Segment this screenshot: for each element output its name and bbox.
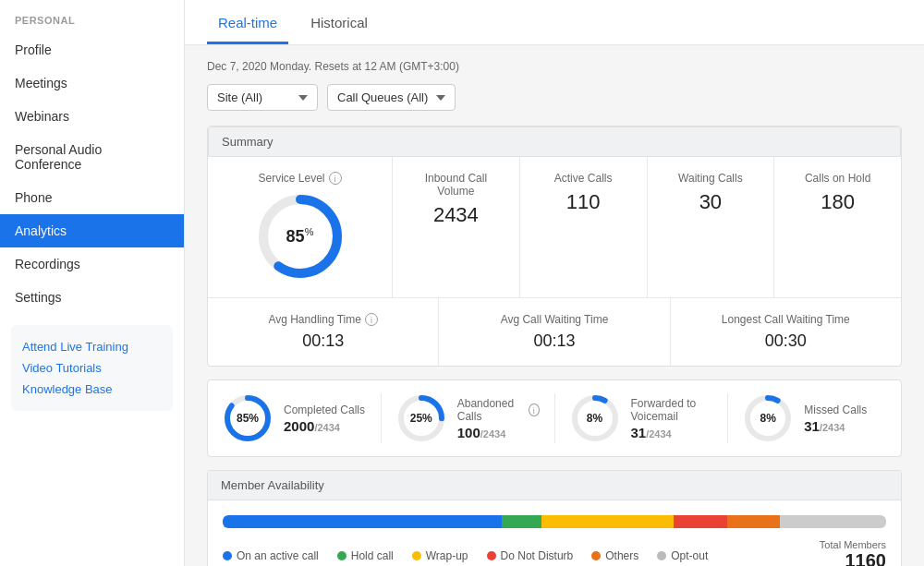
stat-label-inbound-call-volume: Inbound Call Volume	[406, 172, 506, 198]
abandoned-calls-info-icon: i	[529, 403, 540, 416]
sidebar-help-link-attend-live-training[interactable]: Attend Live Training	[22, 336, 162, 357]
call-stat-info-abandoned-calls: Abandoned Callsi 100/2434	[457, 397, 540, 440]
call-stat-name-abandoned-calls: Abandoned Callsi	[457, 397, 540, 423]
call-stat-total-abandoned-calls: /2434	[480, 428, 506, 440]
bar-segment-active-call	[223, 515, 502, 528]
call-stat-name-forwarded-to-voicemail: Forwarded to Voicemail	[631, 397, 713, 423]
call-stat-name-missed-calls: Missed Calls	[804, 403, 867, 416]
sidebar-item-analytics[interactable]: Analytics	[0, 214, 184, 247]
stat-cell-active-calls: Active Calls110	[520, 157, 648, 297]
legend-dot-do-not-disturb	[487, 551, 496, 560]
stat-label-waiting-calls: Waiting Calls	[661, 172, 761, 185]
availability-legend: On an active callHold callWrap-upDo Not …	[223, 539, 886, 566]
stat-cell-longest-call-waiting-time: Longest Call Waiting Time00:30	[671, 298, 901, 366]
sidebar-item-recordings[interactable]: Recordings	[0, 247, 184, 281]
call-stat-info-forwarded-to-voicemail: Forwarded to Voicemail 31/2434	[631, 397, 713, 440]
summary-container: Summary Service Level i 85%	[207, 126, 902, 367]
availability-content: On an active callHold callWrap-upDo Not …	[208, 500, 901, 566]
avg-handling-time-info-icon: i	[365, 313, 378, 326]
sidebar-section-label: PERSONAL	[0, 0, 184, 33]
service-level-cell: Service Level i 85%	[208, 157, 393, 297]
call-stat-name-completed-calls: Completed Calls	[284, 403, 365, 416]
main-header: Real-timeHistorical	[185, 0, 924, 45]
service-level-info-icon: i	[329, 172, 342, 185]
service-level-label: Service Level i	[258, 172, 341, 185]
legend-item-do-not-disturb: Do Not Disturb	[487, 549, 574, 562]
availability-title: Member Availability	[208, 471, 901, 500]
mini-donut-abandoned-calls: 25%	[396, 393, 446, 443]
stat-value-waiting-calls: 30	[661, 190, 761, 214]
mini-donut-label-abandoned-calls: 25%	[410, 412, 432, 425]
sidebar-item-settings[interactable]: Settings	[0, 281, 184, 314]
stat-value-calls-on-hold: 180	[787, 190, 888, 214]
sidebar-item-phone[interactable]: Phone	[0, 181, 184, 214]
content-area: Dec 7, 2020 Monday. Resets at 12 AM (GMT…	[185, 45, 924, 566]
stat-cell-calls-on-hold: Calls on Hold180	[774, 157, 901, 297]
sidebar-help-box: Attend Live TrainingVideo TutorialsKnowl…	[11, 325, 173, 411]
sidebar-help-link-knowledge-base[interactable]: Knowledge Base	[22, 379, 162, 400]
stat-value-longest-call-waiting-time: 00:30	[684, 331, 888, 351]
availability-bar	[223, 515, 886, 528]
tab-historical[interactable]: Historical	[299, 0, 379, 44]
stat-label-avg-handling-time: Avg Handling Timei	[221, 313, 425, 326]
legend-label-on-active-call: On an active call	[237, 549, 319, 562]
legend-dot-hold-call	[337, 551, 346, 560]
legend-item-on-active-call: On an active call	[223, 549, 319, 562]
call-stat-total-forwarded-to-voicemail: /2434	[646, 428, 672, 440]
call-stat-section-abandoned-calls: 25% Abandoned Callsi 100/2434	[382, 393, 555, 443]
mini-donut-completed-calls: 85%	[223, 393, 273, 443]
mini-donut-label-missed-calls: 8%	[760, 412, 776, 425]
legend-dot-on-active-call	[223, 551, 232, 560]
legend-label-wrap-up: Wrap-up	[426, 549, 468, 562]
total-members-label: Total Members	[820, 539, 886, 550]
call-stat-total-missed-calls: /2434	[820, 422, 845, 433]
sidebar: PERSONAL ProfileMeetingsWebinarsPersonal…	[0, 0, 185, 566]
call-stat-info-missed-calls: Missed Calls 31/2434	[804, 403, 867, 434]
tab-realtime[interactable]: Real-time	[207, 0, 288, 44]
stat-label-longest-call-waiting-time: Longest Call Waiting Time	[684, 313, 888, 326]
legend-item-hold-call: Hold call	[337, 549, 394, 562]
stat-value-avg-call-waiting-time: 00:13	[452, 331, 656, 351]
bar-segment-opt-out	[780, 515, 886, 528]
mini-donut-label-forwarded-to-voicemail: 8%	[587, 412, 602, 425]
queue-filter[interactable]: Call Queues (All)	[327, 84, 456, 111]
sidebar-item-webinars[interactable]: Webinars	[0, 100, 184, 133]
call-stat-section-forwarded-to-voicemail: 8% Forwarded to Voicemail 31/2434	[555, 393, 729, 443]
service-level-donut: 85%	[254, 190, 346, 283]
call-stat-count-forwarded-to-voicemail: 31/2434	[631, 425, 713, 440]
bar-segment-others	[727, 515, 780, 528]
mini-donut-label-completed-calls: 85%	[237, 412, 259, 425]
bar-segment-wrap-up	[541, 515, 675, 528]
stat-cell-avg-call-waiting-time: Avg Call Waiting Time00:13	[439, 298, 670, 366]
legend-label-do-not-disturb: Do Not Disturb	[501, 549, 574, 562]
stats-row-2: Avg Handling Timei00:13Avg Call Waiting …	[208, 298, 901, 366]
call-stat-section-missed-calls: 8% Missed Calls 31/2434	[728, 393, 901, 443]
call-stat-count-missed-calls: 31/2434	[804, 418, 867, 434]
sidebar-item-meetings[interactable]: Meetings	[0, 66, 184, 100]
filters: Site (All) Call Queues (All)	[207, 84, 902, 111]
call-stat-info-completed-calls: Completed Calls 2000/2434	[284, 403, 365, 434]
legend-item-opt-out: Opt-out	[657, 549, 708, 562]
sidebar-item-profile[interactable]: Profile	[0, 33, 184, 66]
legend-label-opt-out: Opt-out	[671, 549, 708, 562]
main-content: Real-timeHistorical Dec 7, 2020 Monday. …	[185, 0, 924, 566]
stat-label-calls-on-hold: Calls on Hold	[787, 172, 888, 185]
legend-label-hold-call: Hold call	[351, 549, 394, 562]
stats-row-1: Service Level i 85% Inbound Call	[208, 157, 901, 298]
date-info: Dec 7, 2020 Monday. Resets at 12 AM (GMT…	[207, 60, 902, 73]
stat-value-avg-handling-time: 00:13	[221, 331, 425, 351]
call-stat-total-completed-calls: /2434	[314, 422, 340, 433]
total-members-value: 1160	[820, 550, 886, 566]
stat-value-inbound-call-volume: 2434	[406, 203, 506, 227]
mini-donut-missed-calls: 8%	[743, 393, 793, 443]
sidebar-item-personal-audio-conference[interactable]: Personal Audio Conference	[0, 133, 184, 181]
legend-dot-others	[591, 551, 601, 560]
stat-cell-inbound-call-volume: Inbound Call Volume2434	[393, 157, 520, 297]
service-level-value: 85%	[286, 226, 314, 247]
total-members: Total Members1160	[820, 539, 886, 566]
sidebar-help-link-video-tutorials[interactable]: Video Tutorials	[22, 357, 162, 379]
legend-dot-wrap-up	[412, 551, 421, 560]
site-filter[interactable]: Site (All)	[207, 84, 318, 111]
call-stat-count-completed-calls: 2000/2434	[284, 418, 365, 434]
legend-label-others: Others	[605, 549, 638, 562]
